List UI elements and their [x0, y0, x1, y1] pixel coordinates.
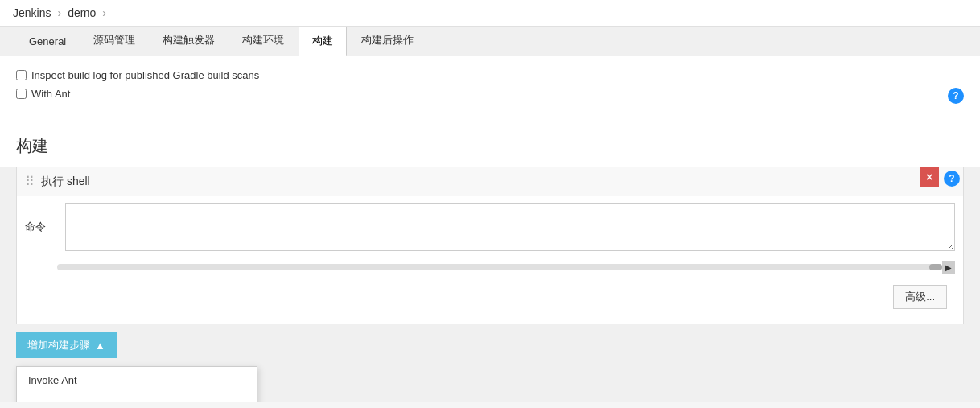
- tab-source[interactable]: 源码管理: [80, 27, 148, 56]
- inspect-gradle-label: Inspect build log for published Gradle b…: [31, 69, 259, 81]
- add-step-label: 增加构建步骤: [27, 338, 90, 352]
- build-step-title: 执行 shell: [41, 175, 90, 189]
- tab-general[interactable]: General: [16, 29, 79, 56]
- build-step-header: ⠿ 执行 shell: [17, 167, 963, 196]
- tabs-container: General 源码管理 构建触发器 构建环境 构建 构建后操作: [0, 27, 980, 56]
- advanced-row: 高级...: [17, 280, 963, 324]
- advanced-button[interactable]: 高级...: [893, 285, 947, 309]
- breadcrumb: Jenkins › demo ›: [0, 0, 980, 27]
- command-label: 命令: [25, 220, 57, 234]
- with-ant-label: With Ant: [31, 88, 70, 100]
- build-step-card: ⠿ 执行 shell × ? 命令 ▶ 高级...: [16, 167, 964, 324]
- dropdown-item-invoke-ant[interactable]: Invoke Ant: [17, 367, 257, 394]
- breadcrumb-sep-1: ›: [57, 6, 61, 19]
- delete-step-button[interactable]: ×: [920, 167, 939, 187]
- command-input[interactable]: [65, 203, 955, 251]
- dropdown-item-invoke-gradle[interactable]: Invoke Gradle script: [17, 394, 257, 402]
- tab-env[interactable]: 构建环境: [229, 27, 297, 56]
- bottom-area: 增加构建步骤 ▲ Invoke Ant Invoke Gradle script…: [0, 332, 980, 358]
- breadcrumb-jenkins[interactable]: Jenkins: [13, 6, 51, 19]
- drag-handle-icon[interactable]: ⠿: [25, 174, 35, 189]
- tab-triggers[interactable]: 构建触发器: [150, 27, 228, 56]
- command-row: 命令: [17, 196, 963, 258]
- scrollbar-row: ▶: [17, 258, 963, 280]
- inspect-gradle-row: Inspect build log for published Gradle b…: [16, 69, 964, 88]
- with-ant-row: With Ant ?: [16, 88, 964, 106]
- tab-post[interactable]: 构建后操作: [348, 27, 426, 56]
- inspect-gradle-checkbox[interactable]: [16, 70, 27, 80]
- with-ant-checkbox[interactable]: [16, 89, 27, 99]
- dropdown-menu: Invoke Ant Invoke Gradle script Run with…: [16, 366, 257, 402]
- inspect-gradle-checkbox-row: Inspect build log for published Gradle b…: [16, 69, 259, 81]
- build-section-heading: 构建: [0, 119, 980, 167]
- with-ant-help-icon[interactable]: ?: [948, 88, 964, 104]
- add-build-step-button[interactable]: 增加构建步骤 ▲: [16, 332, 117, 358]
- build-step-help-icon[interactable]: ?: [944, 171, 960, 187]
- breadcrumb-demo[interactable]: demo: [68, 6, 96, 19]
- content-panel: Inspect build log for published Gradle b…: [0, 56, 980, 119]
- with-ant-checkbox-row: With Ant: [16, 88, 70, 100]
- main-content: General 源码管理 构建触发器 构建环境 构建 构建后操作 Inspect…: [0, 27, 980, 402]
- scrollbar-track[interactable]: [57, 264, 942, 270]
- scroll-right-arrow[interactable]: ▶: [942, 261, 955, 274]
- tab-build[interactable]: 构建: [299, 27, 347, 56]
- breadcrumb-sep-2: ›: [102, 6, 106, 19]
- scrollbar-thumb[interactable]: [929, 264, 942, 270]
- add-step-arrow: ▲: [95, 340, 105, 352]
